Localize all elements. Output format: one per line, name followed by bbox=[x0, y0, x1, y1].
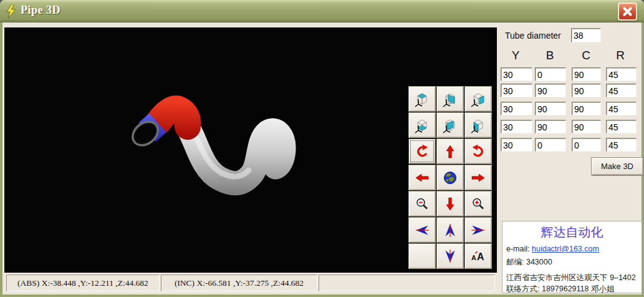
window-title: Pipe 3D bbox=[21, 4, 60, 17]
cell-r4-b[interactable] bbox=[535, 138, 566, 152]
tube-diameter-input[interactable] bbox=[571, 28, 601, 42]
cell-r0-c[interactable] bbox=[572, 67, 601, 81]
cube-top-face-icon bbox=[413, 90, 431, 108]
cell-r1-c[interactable] bbox=[572, 84, 601, 97]
red-right-arrow-icon bbox=[471, 170, 486, 185]
view-right-button[interactable] bbox=[464, 86, 492, 112]
move-right-button[interactable] bbox=[464, 165, 492, 190]
cell-r2-y[interactable] bbox=[501, 102, 532, 115]
cube-right-face-icon bbox=[469, 90, 488, 108]
inc-coordinates: (INC) X:-66.581 ,Y:-37.275 ,Z:44.682 bbox=[161, 275, 317, 291]
cube-front-face-icon bbox=[441, 90, 459, 108]
blue-dart-right-icon bbox=[470, 222, 486, 238]
blue-dart-up-icon bbox=[442, 222, 458, 238]
cell-r3-b[interactable] bbox=[535, 120, 566, 134]
red-down-arrow-icon bbox=[443, 197, 458, 212]
red-left-arrow-icon bbox=[415, 170, 430, 185]
move-up-button[interactable] bbox=[436, 139, 464, 164]
font-aa-icon: A A bbox=[470, 249, 486, 264]
status-bar: (ABS) X:-38.448 ,Y:-12.211 ,Z:44.682 (IN… bbox=[2, 275, 497, 292]
status-empty-panel bbox=[319, 275, 495, 291]
cell-r2-b[interactable] bbox=[535, 102, 566, 115]
cell-r3-c[interactable] bbox=[572, 120, 601, 134]
red-up-arrow-icon bbox=[443, 144, 458, 159]
globe-icon bbox=[443, 170, 458, 185]
cell-r4-r[interactable] bbox=[606, 138, 637, 152]
pan-left-button[interactable] bbox=[408, 217, 436, 243]
make-3d-button[interactable]: Make 3D bbox=[591, 157, 643, 175]
svg-text:A: A bbox=[471, 254, 476, 261]
view-bottom-button[interactable] bbox=[408, 112, 436, 138]
view-toolbar: A A bbox=[408, 86, 493, 271]
move-left-button[interactable] bbox=[408, 165, 436, 190]
view-left-button[interactable] bbox=[464, 112, 492, 138]
zoom-out-button[interactable] bbox=[408, 191, 436, 217]
blue-dart-down-icon bbox=[442, 248, 458, 265]
cell-r2-c[interactable] bbox=[572, 102, 601, 115]
tube-diameter-label: Tube diameter bbox=[505, 31, 561, 41]
cube-back-face-icon bbox=[441, 117, 459, 134]
rotate-ccw-button[interactable] bbox=[408, 139, 436, 164]
cell-r0-r[interactable] bbox=[606, 67, 637, 81]
cell-r3-y[interactable] bbox=[501, 120, 532, 134]
view-front-button[interactable] bbox=[436, 86, 464, 112]
cell-r1-b[interactable] bbox=[535, 84, 566, 97]
email-link[interactable]: huidactrl@163.com bbox=[532, 245, 599, 253]
rotate-cw-icon bbox=[470, 144, 486, 160]
close-button[interactable] bbox=[618, 2, 637, 21]
zoom-in-button[interactable] bbox=[464, 191, 492, 217]
cell-r0-y[interactable] bbox=[501, 67, 532, 81]
view-back-button[interactable] bbox=[436, 112, 464, 138]
company-name: 辉达自动化 bbox=[506, 224, 638, 241]
column-header-c: C bbox=[570, 49, 602, 62]
reset-view-button[interactable] bbox=[436, 165, 464, 190]
cell-r2-r[interactable] bbox=[606, 102, 637, 115]
address-line: 江西省吉安市吉州区达观天下 9–1402 bbox=[506, 273, 638, 283]
titlebar[interactable]: Pipe 3D bbox=[0, 0, 644, 22]
cell-r0-b[interactable] bbox=[535, 67, 566, 81]
magnifier-plus-icon bbox=[471, 197, 486, 212]
column-header-y: Y bbox=[500, 49, 531, 62]
cell-r4-y[interactable] bbox=[501, 138, 532, 152]
rotate-cw-button[interactable] bbox=[464, 139, 492, 164]
rotate-ccw-icon bbox=[414, 144, 430, 160]
pan-up-button[interactable] bbox=[436, 217, 464, 243]
cell-r3-r[interactable] bbox=[606, 120, 637, 134]
abs-coordinates: (ABS) X:-38.448 ,Y:-12.211 ,Z:44.682 bbox=[6, 275, 160, 291]
phone-line: 联络方式: 18979629118 邓小姐 bbox=[506, 284, 638, 293]
cell-r4-c[interactable] bbox=[572, 138, 601, 152]
close-icon bbox=[622, 6, 633, 17]
move-down-button[interactable] bbox=[436, 191, 464, 217]
email-label: e-mail: bbox=[506, 245, 530, 253]
view-top-button[interactable] bbox=[408, 86, 436, 112]
magnifier-minus-icon bbox=[415, 197, 430, 212]
cube-left-face-icon bbox=[469, 117, 488, 134]
column-header-b: B bbox=[534, 49, 565, 62]
lightning-app-icon bbox=[6, 4, 18, 18]
client-area: A A Tube diameter Y B C R bbox=[2, 22, 642, 295]
app-window: Pipe 3D bbox=[0, 0, 644, 297]
pan-down-button[interactable] bbox=[436, 243, 464, 269]
contact-panel: 辉达自动化 e-mail: huidactrl@163.com 邮编: 3430… bbox=[502, 221, 642, 293]
cell-r1-y[interactable] bbox=[501, 84, 532, 97]
blue-dart-left-icon bbox=[414, 222, 430, 238]
font-size-button[interactable]: A A bbox=[464, 243, 492, 269]
postal-code: 邮编: 343000 bbox=[506, 257, 638, 268]
column-header-r: R bbox=[605, 49, 636, 62]
svg-text:A: A bbox=[477, 251, 484, 262]
blank-button[interactable] bbox=[408, 243, 436, 269]
cell-r1-r[interactable] bbox=[606, 84, 637, 97]
cube-bottom-face-icon bbox=[413, 117, 431, 134]
pan-right-button[interactable] bbox=[464, 217, 492, 243]
